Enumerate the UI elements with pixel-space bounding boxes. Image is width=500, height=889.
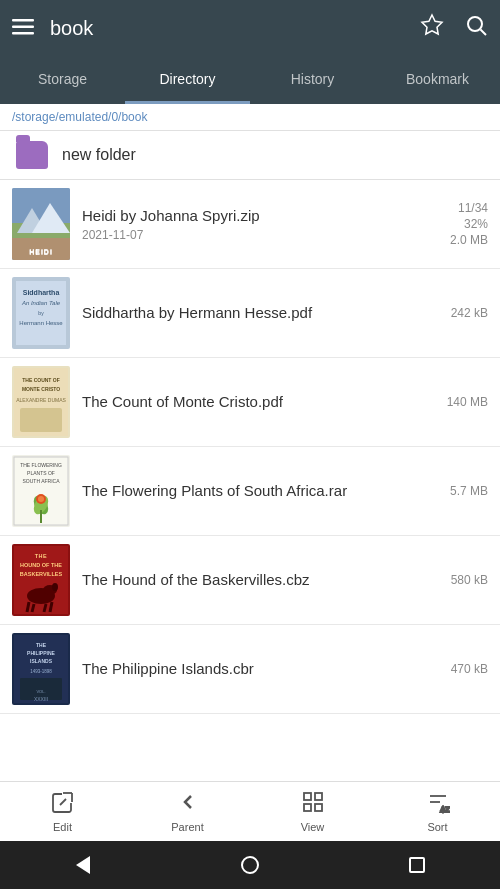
file-size: 470 kB bbox=[451, 662, 488, 676]
svg-text:BASKERVILLES: BASKERVILLES bbox=[20, 571, 63, 577]
svg-rect-58 bbox=[304, 793, 311, 800]
home-button[interactable] bbox=[232, 847, 268, 883]
file-thumbnail: Siddhartha An Indian Tale by Hermann Hes… bbox=[12, 277, 70, 349]
file-info: The Philippine Islands.cbr bbox=[82, 659, 439, 679]
file-name: The Philippine Islands.cbr bbox=[82, 659, 439, 679]
svg-text:SOUTH AFRICA: SOUTH AFRICA bbox=[23, 478, 61, 484]
svg-text:Siddhartha: Siddhartha bbox=[23, 289, 60, 296]
back-button[interactable] bbox=[65, 847, 101, 883]
tab-bookmark[interactable]: Bookmark bbox=[375, 56, 500, 104]
svg-text:1493-1898: 1493-1898 bbox=[30, 669, 52, 674]
bottom-bar: Edit Parent View A Z bbox=[0, 781, 500, 841]
svg-rect-0 bbox=[12, 19, 34, 22]
system-nav bbox=[0, 841, 500, 889]
svg-rect-1 bbox=[12, 26, 34, 29]
star-icon[interactable] bbox=[420, 13, 444, 43]
svg-text:THE COUNT OF: THE COUNT OF bbox=[22, 377, 60, 383]
file-name: The Flowering Plants of South Africa.rar bbox=[82, 481, 438, 501]
list-item[interactable]: THE HOUND OF THE BASKERVILLES The Hound … bbox=[0, 536, 500, 625]
file-size: 2.0 MB bbox=[450, 233, 488, 247]
new-folder-label: new folder bbox=[62, 146, 136, 164]
new-folder-row[interactable]: new folder bbox=[0, 131, 500, 180]
tab-bar: Storage Directory History Bookmark bbox=[0, 56, 500, 104]
svg-text:THE: THE bbox=[36, 642, 47, 648]
parent-icon bbox=[176, 790, 200, 818]
app-bar-icons bbox=[420, 13, 488, 43]
svg-text:ISLANDS: ISLANDS bbox=[30, 658, 53, 664]
edit-label: Edit bbox=[53, 821, 72, 833]
app-bar: book bbox=[0, 0, 500, 56]
list-item[interactable]: THE FLOWERING PLANTS OF SOUTH AFRICA The… bbox=[0, 447, 500, 536]
svg-line-44 bbox=[44, 604, 46, 612]
svg-text:XXXIII: XXXIII bbox=[34, 696, 48, 702]
svg-rect-61 bbox=[315, 804, 322, 811]
file-name: The Count of Monte Cristo.pdf bbox=[82, 392, 435, 412]
svg-text:An Indian Tale: An Indian Tale bbox=[21, 300, 61, 306]
file-meta: 580 kB bbox=[451, 573, 488, 587]
breadcrumb[interactable]: /storage/emulated/0/book bbox=[0, 104, 500, 131]
svg-point-32 bbox=[38, 496, 44, 502]
file-size: 5.7 MB bbox=[450, 484, 488, 498]
file-list: HEIDI Heidi by Johanna Spyri.zip 2021-11… bbox=[0, 180, 500, 781]
view-label: View bbox=[301, 821, 325, 833]
svg-text:by: by bbox=[38, 310, 44, 316]
folder-icon bbox=[16, 141, 48, 169]
search-icon[interactable] bbox=[464, 13, 488, 43]
svg-point-41 bbox=[52, 583, 58, 591]
file-size: 242 kB bbox=[451, 306, 488, 320]
svg-text:PHILIPPINE: PHILIPPINE bbox=[27, 650, 55, 656]
file-thumbnail: THE HOUND OF THE BASKERVILLES bbox=[12, 544, 70, 616]
svg-text:Hermann Hesse: Hermann Hesse bbox=[19, 320, 63, 326]
svg-text:HEIDI: HEIDI bbox=[29, 248, 53, 255]
parent-button[interactable]: Parent bbox=[125, 782, 250, 841]
tab-storage[interactable]: Storage bbox=[0, 56, 125, 104]
tab-history[interactable]: History bbox=[250, 56, 375, 104]
svg-point-4 bbox=[468, 17, 482, 31]
sort-label: Sort bbox=[427, 821, 447, 833]
file-info: The Hound of the Baskervilles.cbz bbox=[82, 570, 439, 590]
recents-button[interactable] bbox=[399, 847, 435, 883]
file-info: Heidi by Johanna Spyri.zip 2021-11-07 bbox=[82, 206, 438, 243]
svg-text:THE: THE bbox=[35, 553, 48, 559]
view-button[interactable]: View bbox=[250, 782, 375, 841]
svg-text:MONTE CRISTO: MONTE CRISTO bbox=[22, 386, 60, 392]
file-meta: 140 MB bbox=[447, 395, 488, 409]
menu-icon[interactable] bbox=[12, 17, 34, 39]
svg-line-5 bbox=[481, 30, 487, 36]
svg-rect-2 bbox=[12, 32, 34, 35]
sort-icon: A Z bbox=[426, 790, 450, 818]
file-size: 140 MB bbox=[447, 395, 488, 409]
file-meta: 470 kB bbox=[451, 662, 488, 676]
svg-text:Z: Z bbox=[445, 805, 450, 814]
svg-text:HOUND OF THE: HOUND OF THE bbox=[20, 562, 62, 568]
svg-line-55 bbox=[60, 799, 66, 805]
sort-button[interactable]: A Z Sort bbox=[375, 782, 500, 841]
svg-line-45 bbox=[50, 602, 52, 612]
svg-line-43 bbox=[32, 604, 34, 612]
svg-rect-60 bbox=[304, 804, 311, 811]
tab-directory[interactable]: Directory bbox=[125, 56, 250, 104]
file-thumbnail: THE COUNT OF MONTE CRISTO ALEXANDRE DUMA… bbox=[12, 366, 70, 438]
view-icon bbox=[301, 790, 325, 818]
svg-text:VOL.: VOL. bbox=[36, 689, 45, 694]
file-info: The Count of Monte Cristo.pdf bbox=[82, 392, 435, 412]
file-thumbnail: HEIDI bbox=[12, 188, 70, 260]
edit-button[interactable]: Edit bbox=[0, 782, 125, 841]
svg-marker-3 bbox=[422, 15, 442, 34]
list-item[interactable]: THE PHILIPPINE ISLANDS 1493-1898 VOL. XX… bbox=[0, 625, 500, 714]
list-item[interactable]: HEIDI Heidi by Johanna Spyri.zip 2021-11… bbox=[0, 180, 500, 269]
file-meta: 11/34 32% 2.0 MB bbox=[450, 201, 488, 247]
list-item[interactable]: Siddhartha An Indian Tale by Hermann Hes… bbox=[0, 269, 500, 358]
file-info: Siddhartha by Hermann Hesse.pdf bbox=[82, 303, 439, 323]
svg-text:THE FLOWERING: THE FLOWERING bbox=[20, 462, 62, 468]
file-thumbnail: THE FLOWERING PLANTS OF SOUTH AFRICA bbox=[12, 455, 70, 527]
svg-rect-59 bbox=[315, 793, 322, 800]
svg-text:ALEXANDRE DUMAS: ALEXANDRE DUMAS bbox=[16, 397, 66, 403]
file-info: The Flowering Plants of South Africa.rar bbox=[82, 481, 438, 501]
file-date: 2021-11-07 bbox=[82, 228, 438, 242]
file-size: 580 kB bbox=[451, 573, 488, 587]
list-item[interactable]: THE COUNT OF MONTE CRISTO ALEXANDRE DUMA… bbox=[0, 358, 500, 447]
file-name: Heidi by Johanna Spyri.zip bbox=[82, 206, 438, 226]
file-meta: 242 kB bbox=[451, 306, 488, 320]
file-name: Siddhartha by Hermann Hesse.pdf bbox=[82, 303, 439, 323]
